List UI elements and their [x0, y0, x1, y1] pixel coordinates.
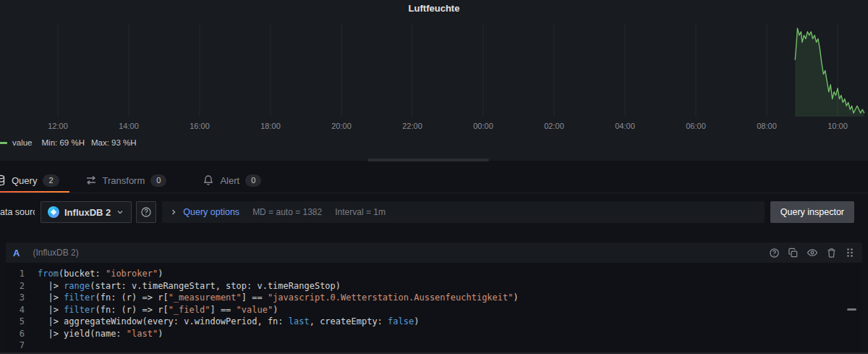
- code-line: |> yield(name: "last"): [38, 328, 848, 340]
- legend-series-name[interactable]: value: [12, 138, 33, 147]
- tab-query[interactable]: Query 2: [0, 168, 69, 193]
- code-line: |> filter(fn: (r) => r["_field"] == "val…: [38, 304, 848, 316]
- query-options-maxdatapoints: MD = auto = 1382: [252, 207, 322, 217]
- duplicate-query-icon[interactable]: [788, 248, 799, 258]
- line-number: 7: [6, 340, 25, 352]
- x-tick-label: 04:00: [608, 122, 642, 130]
- x-tick-label: 12:00: [41, 122, 75, 130]
- datasource-picker[interactable]: InfluxDB 2: [41, 201, 132, 223]
- line-number: 3: [6, 292, 25, 304]
- disable-query-eye-icon[interactable]: [807, 247, 818, 258]
- code-line: |> filter(fn: (r) => r["_measurement"] =…: [38, 292, 848, 304]
- x-tick-label: 08:00: [749, 122, 784, 130]
- time-series-chart[interactable]: [0, 0, 868, 161]
- line-number: 4: [6, 304, 25, 316]
- line-number-gutter: 1234567: [6, 268, 25, 352]
- editor-tabs: Query 2 Transform 0 Alert 0: [0, 168, 868, 193]
- tab-query-label: Query: [12, 175, 37, 186]
- datasource-name: InfluxDB 2: [64, 207, 111, 218]
- tab-query-count: 2: [43, 174, 59, 187]
- query-editor-card: A (InfluxDB 2): [6, 243, 862, 354]
- query-inspector-button[interactable]: Query inspector: [770, 201, 854, 223]
- x-tick-label: 16:00: [182, 122, 217, 130]
- code-content: from(bucket: "iobroker") |> range(start:…: [38, 268, 848, 352]
- x-tick-label: 00:00: [466, 122, 501, 130]
- legend: value Min: 69 %H Max: 93 %H: [0, 138, 143, 147]
- query-datasource-hint: (InfluxDB 2): [33, 248, 78, 258]
- question-circle-icon: [140, 206, 152, 218]
- tab-transform-count: 0: [150, 174, 166, 187]
- tab-alert-count: 0: [245, 174, 261, 187]
- x-tick-label: 02:00: [537, 122, 571, 130]
- x-tick-label: 10:00: [820, 122, 855, 130]
- code-line: from(bucket: "iobroker"): [38, 268, 848, 280]
- datasource-label: ata source: [0, 207, 35, 217]
- database-icon: [0, 174, 6, 186]
- query-options-label: Query options: [183, 207, 239, 217]
- x-axis-labels: 12:0014:0016:0018:0020:0022:0000:0002:00…: [0, 122, 868, 132]
- influxdb-logo-icon: [48, 206, 59, 218]
- query-options-header[interactable]: Query options MD = auto = 1382 Interval …: [162, 201, 764, 223]
- chevron-down-icon: [116, 208, 124, 216]
- x-tick-label: 22:00: [395, 122, 430, 130]
- code-line: |> aggregateWindow(every: v.windowPeriod…: [38, 316, 848, 328]
- panel-resize-handle[interactable]: [367, 159, 489, 161]
- x-tick-label: 18:00: [253, 122, 288, 130]
- x-tick-label: 14:00: [111, 122, 146, 130]
- query-row-header[interactable]: A (InfluxDB 2): [6, 243, 862, 263]
- tab-transform[interactable]: Transform 0: [75, 168, 177, 193]
- query-options-interval: Interval = 1m: [335, 207, 386, 217]
- query-ref-id: A: [13, 248, 20, 258]
- editor-scrollbar-thumb[interactable]: [847, 308, 856, 311]
- line-number: 5: [6, 316, 25, 328]
- tab-alert[interactable]: Alert 0: [192, 168, 271, 193]
- query-toolbar: ata source InfluxDB 2 Query options MD: [0, 201, 868, 223]
- time-series-panel: Luftfeuchte 12:0014:0016:0018:0020:0022:…: [0, 0, 868, 161]
- line-number: 2: [6, 280, 25, 292]
- tab-alert-label: Alert: [220, 175, 239, 186]
- query-actions: [769, 247, 855, 258]
- query-help-icon[interactable]: [769, 248, 780, 258]
- series-color-swatch: [0, 142, 7, 144]
- chevron-right-icon: [169, 208, 178, 216]
- bell-icon: [203, 174, 214, 186]
- delete-query-trash-icon[interactable]: [826, 248, 837, 258]
- flux-code-editor[interactable]: 1234567 from(bucket: "iobroker") |> rang…: [6, 263, 862, 354]
- x-tick-label: 06:00: [678, 122, 713, 130]
- legend-min-stat: Min: 69 %H: [42, 138, 85, 147]
- line-number: 6: [6, 328, 25, 340]
- datasource-help-button[interactable]: [136, 201, 156, 223]
- code-line: [38, 340, 848, 352]
- grafana-panel-editor: Luftfeuchte 12:0014:0016:0018:0020:0022:…: [0, 0, 868, 354]
- code-line: |> range(start: v.timeRangeStart, stop: …: [38, 280, 848, 292]
- line-number: 1: [6, 268, 25, 280]
- x-tick-label: 20:00: [324, 122, 359, 130]
- drag-handle-icon[interactable]: [845, 247, 855, 258]
- tab-transform-label: Transform: [103, 175, 145, 186]
- transform-icon: [85, 174, 97, 186]
- legend-max-stat: Max: 93 %H: [91, 138, 137, 147]
